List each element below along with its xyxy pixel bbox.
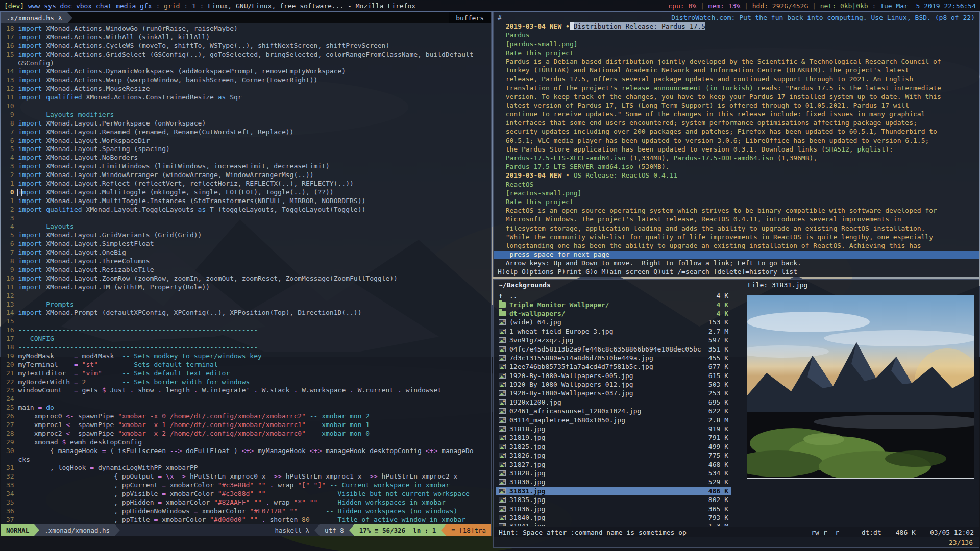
file-list-item[interactable]: 02461_africansunset_1280x1024.jpg622 K xyxy=(496,407,731,415)
file-size: 253 K xyxy=(708,389,728,397)
image-icon xyxy=(499,319,506,325)
line-number: 13 xyxy=(4,76,14,85)
topbar-segment: net: 0kb|0kb xyxy=(820,2,868,10)
file-list-item[interactable]: ↑..4 K xyxy=(496,291,731,300)
lynx-text: 2019-03-04 NEW xyxy=(498,22,566,30)
file-list-item[interactable]: 7d3c13155880e514a8d6d70510be449a.jpg455 … xyxy=(496,354,731,362)
file-list-item[interactable]: 31836.jpg365 K xyxy=(496,504,731,513)
file-list-item[interactable]: 31830.jpg529 K xyxy=(496,478,731,486)
code-line: 27 xmproc1 <- spawnPipe "xmobar -x 1 /ho… xyxy=(4,421,491,430)
line-number: 20 xyxy=(4,361,14,369)
file-list-item[interactable]: 03114_mapletree_1680x1050.jpg2.8 M xyxy=(496,415,731,424)
code-line: 1import XMonad.Layout.MultiToggle.Instan… xyxy=(4,197,491,206)
lynx-link[interactable]: Rate this project xyxy=(506,198,574,206)
topbar-segment: : xyxy=(152,2,164,10)
lynx-link[interactable]: SHA512 xyxy=(825,145,849,153)
file-list-item[interactable]: 1920x1200.jpg695 K xyxy=(496,398,731,407)
code-line: 6import XMonad.Layout.WorkspaceDir xyxy=(4,137,491,145)
file-list-item[interactable]: 1920-By-1080-Wallpapers-037.jpg253 K xyxy=(496,389,731,397)
file-name: 03114_mapletree_1680x1050.jpg xyxy=(509,416,704,424)
file-list-item[interactable]: 31819.jpg791 K xyxy=(496,433,731,442)
powerline-arrow-icon xyxy=(115,524,120,536)
lynx-link[interactable]: OS Release: ReactOS 0.4.11 xyxy=(574,171,678,179)
fm-status-bar: Hint: Space after :command name is somet… xyxy=(494,527,979,537)
image-icon xyxy=(499,453,506,458)
file-list-item[interactable]: 3vo91g7azxqz.jpg597 K xyxy=(496,336,731,344)
lynx-link[interactable]: (in Turkish) xyxy=(705,84,753,92)
file-list-item[interactable]: 1920-By-1080-Wallpapers-012.jpg503 K xyxy=(496,380,731,389)
lynx-text: "While the community wish-list for quali… xyxy=(498,233,933,241)
lynx-link[interactable]: Pardus-17.5-DDE-amd64.iso xyxy=(673,154,773,162)
topbar-segment[interactable]: [dev] xyxy=(4,2,24,10)
file-list-item[interactable]: 1920-By-1080-Wallpapers-005.jpg615 K xyxy=(496,371,731,380)
file-list-item[interactable]: 31826.jpg775 K xyxy=(496,451,731,460)
code-line: 5import XMonad.Layout.GridVariants (Grid… xyxy=(4,231,491,240)
image-icon xyxy=(499,337,506,343)
file-list-item[interactable]: dt-wallpapers/4 K xyxy=(496,309,731,318)
file-list-item[interactable]: Triple Monitor Wallpaper/4 K xyxy=(496,300,731,309)
line-number: 6 xyxy=(4,137,14,145)
lynx-text-line: translation of the project's release ann… xyxy=(498,84,975,93)
file-list-item[interactable]: 31825.jpg499 K xyxy=(496,442,731,451)
image-icon xyxy=(499,390,506,396)
topbar-segment: : xyxy=(196,2,208,10)
lynx-selected-link[interactable]: Distribution Release: Pardus 17.5 xyxy=(574,22,705,30)
buffers-label[interactable]: buffers xyxy=(449,12,491,23)
file-name: 1920-By-1080-Wallpapers-005.jpg xyxy=(509,372,704,380)
fm-command-line[interactable]: 23/136 xyxy=(494,537,979,547)
file-size: 802 K xyxy=(708,496,728,504)
lynx-text: interfaces that some end users encounter… xyxy=(498,119,917,127)
fm-preview-pane xyxy=(742,291,976,526)
topbar-segment[interactable]: www sys doc vbox chat media gfx xyxy=(24,2,152,10)
file-list-item[interactable]: (wide) 64.jpg153 K xyxy=(496,318,731,327)
file-list-item[interactable]: 31841.jpg1.3 M xyxy=(496,522,731,526)
file-name: 04fc7e45d58113b2a9fe446c8c6358866b694e10… xyxy=(509,345,704,353)
file-list-item[interactable]: 04fc7e45d58113b2a9fe446c8c6358866b694e10… xyxy=(496,344,731,353)
file-list-item[interactable]: 31835.jpg802 K xyxy=(496,495,731,504)
vim-code-area[interactable]: 18import XMonad.Actions.WindowGo (runOrR… xyxy=(1,23,491,524)
file-size: 791 K xyxy=(708,434,728,441)
file-name: 31819.jpg xyxy=(509,434,704,441)
image-icon xyxy=(499,364,506,369)
line-number: 7 xyxy=(4,248,14,257)
lynx-link[interactable]: ReactOS xyxy=(506,181,534,188)
line-number: 33 xyxy=(4,481,14,490)
file-name: 31825.jpg xyxy=(509,443,704,450)
lynx-link[interactable]: Pardus xyxy=(506,31,530,39)
lynx-link[interactable]: Pardus-17.5-LTS-XFCE-amd64.iso xyxy=(506,154,626,162)
code-line: 2import qualified XMonad.Layout.ToggleLa… xyxy=(4,206,491,214)
file-list-item[interactable]: 1 wheat field Europe 3.jpg2.7 M xyxy=(496,327,731,336)
file-size: 597 K xyxy=(708,336,728,344)
line-number: 12 xyxy=(4,292,14,300)
code-line: cks xyxy=(4,456,491,464)
desktop: [dev] www sys doc vbox chat media gfx : … xyxy=(0,0,980,551)
lynx-text: release, Pardus 17.5, offers several pac… xyxy=(498,75,913,83)
file-size: 351 K xyxy=(708,345,728,353)
line-number: 16 xyxy=(4,326,14,335)
lynx-toolbar-hash[interactable]: # xyxy=(498,14,502,22)
file-list-item[interactable]: 31827.jpg468 K xyxy=(496,460,731,468)
folder-icon xyxy=(499,302,506,308)
code-line: 28 xmproc2 <- spawnPipe "xmobar -x 2 /ho… xyxy=(4,430,491,438)
lynx-link[interactable]: release announcement xyxy=(622,84,702,92)
file-size: 919 K xyxy=(708,425,728,433)
code-line: 17import XMonad.Actions.WithAll (sinkAll… xyxy=(4,33,491,42)
file-list-item[interactable]: 31840.jpg793 K xyxy=(496,513,731,522)
image-icon xyxy=(499,523,506,526)
vim-tab[interactable]: .x/xmonad.hs λ xyxy=(1,12,67,23)
fm-current-path[interactable]: ~/Backgrounds xyxy=(499,281,551,289)
file-list-item[interactable]: 31818.jpg919 K xyxy=(496,424,731,433)
lynx-link[interactable]: Rate this project xyxy=(506,49,574,57)
lynx-text-line: Microsoft Windows. The project's latest … xyxy=(498,215,975,224)
lynx-link[interactable]: pkglist xyxy=(857,145,885,153)
image-icon xyxy=(499,408,506,414)
line-number: 14 xyxy=(4,67,14,76)
line-number: 17 xyxy=(4,335,14,343)
topbar-segment: grid xyxy=(164,2,180,10)
file-list-item[interactable]: 31828.jpg534 K xyxy=(496,469,731,478)
file-list-item[interactable]: 12ee746bb85735f1a7a4cd4d7f581b5c.jpg677 … xyxy=(496,362,731,371)
lynx-link[interactable]: Pardus-17.5-LTS-SERVER-amd64.iso xyxy=(506,163,633,170)
file-list-item[interactable]: 31831.jpg486 K xyxy=(496,487,731,495)
lynx-link[interactable]: [reactos-small.png] xyxy=(506,189,582,197)
lynx-link[interactable]: [pardus-small.png] xyxy=(506,40,578,48)
